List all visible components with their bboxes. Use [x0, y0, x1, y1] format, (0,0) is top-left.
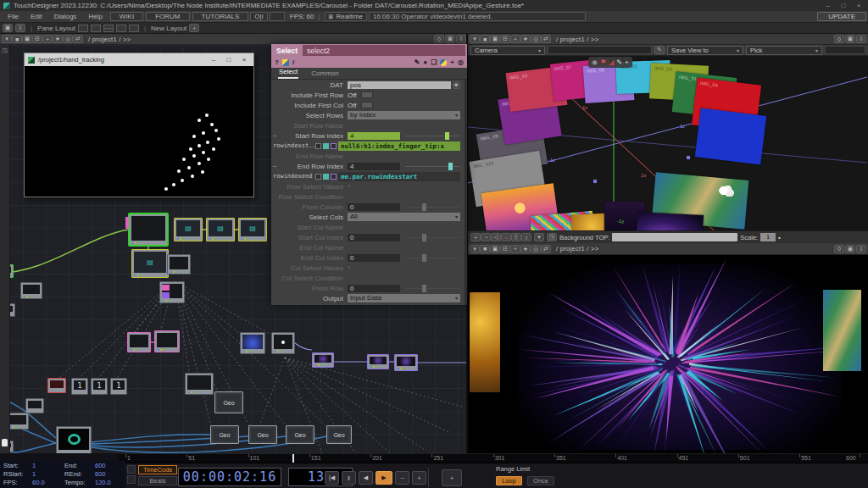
window-icon[interactable]: ▣: [845, 35, 855, 43]
swap-icon[interactable]: ⇄: [73, 35, 83, 43]
maximize-pane-icon[interactable]: ▣: [490, 245, 500, 253]
camera-select[interactable]: Camera▾: [470, 46, 545, 55]
timeline-settings[interactable]: Start:1End:600RStart:1REnd:600FPS:60.0Te…: [0, 461, 125, 488]
edit-icon[interactable]: ✎: [415, 58, 420, 66]
layout-preset-vsplit[interactable]: [91, 25, 101, 32]
swap-icon[interactable]: ⇄: [541, 35, 551, 43]
save-layout-icon[interactable]: ⇩: [15, 24, 25, 32]
counter-icon[interactable]: 0: [834, 35, 844, 43]
layout-preset-three[interactable]: [116, 25, 126, 32]
param-expression-field[interactable]: null6:h1:index_finger_tip:x: [338, 141, 460, 151]
node-pink[interactable]: [154, 330, 180, 352]
param-number-field[interactable]: 0: [348, 203, 400, 211]
pick-field[interactable]: [825, 46, 865, 54]
param-number-field[interactable]: 0: [348, 285, 400, 292]
menu-dialogs[interactable]: Dialogs: [48, 13, 83, 20]
loop-button[interactable]: Loop: [496, 476, 522, 485]
snapshot-icon[interactable]: ◳: [547, 233, 557, 241]
expander-icon[interactable]: −: [273, 132, 277, 140]
node-one[interactable]: 1: [71, 378, 88, 395]
expr-active-icon[interactable]: [323, 143, 329, 149]
expr-mode-icon[interactable]: [315, 174, 321, 180]
node-purple[interactable]: [312, 352, 334, 368]
bookmark-icon[interactable]: ★: [520, 245, 531, 253]
node-geo[interactable]: Geo: [248, 425, 277, 444]
expr-bind-icon[interactable]: [331, 143, 337, 149]
node-dat[interactable]: ▤: [238, 218, 267, 241]
param-number-field[interactable]: 0: [348, 234, 400, 241]
node-gray[interactable]: [25, 398, 44, 413]
tab-select[interactable]: Select: [278, 68, 298, 79]
viewport-3d[interactable]: IMG_09IMG_010IMG_08IMG_03IMG_07IMG_06IMG…: [468, 56, 868, 230]
save-view-select[interactable]: Save View to▾: [667, 46, 743, 55]
parameter-dialog[interactable]: Select select2 ? i ✎ ● ❏ + ◎ SelectCommo…: [271, 44, 467, 305]
flag-icon[interactable]: ⚑: [600, 58, 606, 66]
param-slider[interactable]: [405, 237, 460, 238]
maximize-pane-icon[interactable]: ▣: [490, 35, 500, 43]
param-expression-field[interactable]: me.par.rowindexstart: [338, 172, 460, 181]
param-slider[interactable]: [405, 258, 460, 258]
grid-icon[interactable]: ◳: [2, 47, 8, 54]
play-reverse-button[interactable]: ◀: [359, 471, 373, 485]
beats-button[interactable]: Beats: [138, 476, 177, 485]
layout-preset-grid[interactable]: [129, 25, 139, 32]
update-button[interactable]: UPDATE: [817, 12, 866, 21]
node-geo[interactable]: Geo: [214, 391, 243, 413]
stop-icon[interactable]: ■: [12, 35, 22, 43]
slider-handle[interactable]: [448, 163, 453, 170]
pick-select[interactable]: Pick▾: [746, 46, 822, 55]
timeline-field-value[interactable]: 1: [32, 470, 64, 478]
window-icon[interactable]: ▣: [445, 35, 455, 43]
link-forum[interactable]: FORUM: [146, 12, 189, 21]
add-parameter-icon[interactable]: +: [450, 58, 454, 66]
comment-icon[interactable]: ●: [423, 58, 427, 66]
add-icon[interactable]: +: [470, 233, 481, 241]
stop-icon[interactable]: ■: [480, 245, 490, 253]
slider-handle[interactable]: [422, 234, 426, 241]
camera-icon[interactable]: ▪: [501, 233, 511, 241]
node-pink[interactable]: [127, 332, 151, 352]
timeline-field-value[interactable]: 600: [95, 470, 122, 478]
link-icon[interactable]: ✎: [654, 46, 665, 54]
toggle-switch[interactable]: [361, 102, 373, 108]
dot-icon[interactable]: ▪: [778, 234, 781, 241]
timeline-field-value[interactable]: 60.0: [32, 479, 64, 486]
node-purple[interactable]: [394, 354, 418, 371]
node-geo[interactable]: Geo: [286, 425, 314, 444]
info-icon[interactable]: i: [521, 233, 531, 241]
slider-handle[interactable]: [422, 254, 426, 262]
node-purple[interactable]: [367, 354, 389, 369]
param-text-field[interactable]: pos: [348, 81, 451, 89]
detach-icon[interactable]: ⇩: [856, 35, 866, 43]
menu-edit[interactable]: Edit: [25, 13, 48, 20]
counter-icon[interactable]: 0: [834, 245, 844, 253]
minimize-button[interactable]: –: [822, 2, 834, 9]
background-top-field[interactable]: [612, 233, 737, 241]
realtime-toggle[interactable]: ⊠ Realtime: [325, 12, 367, 21]
node-prev-dot[interactable]: [271, 332, 295, 354]
timeline-field-value[interactable]: 1: [32, 462, 64, 469]
maximize-button[interactable]: □: [837, 2, 849, 9]
target-icon[interactable]: ◎: [458, 58, 464, 66]
frame-decrement-button[interactable]: −: [395, 471, 409, 485]
viewer-path[interactable]: / project1 / >>: [552, 245, 598, 252]
maximize-pane-icon[interactable]: ▣: [22, 35, 32, 43]
jump-to-start-button[interactable]: |◀: [325, 471, 339, 485]
timeline-option-a[interactable]: [127, 465, 136, 474]
param-slider[interactable]: [405, 207, 460, 208]
menu-file[interactable]: File: [2, 13, 25, 20]
once-button[interactable]: Once: [527, 476, 554, 485]
search-icon[interactable]: ◎: [531, 245, 541, 253]
split-pane-icon[interactable]: ⊟: [500, 35, 510, 43]
param-slider[interactable]: [405, 136, 460, 136]
timecode-display[interactable]: 00:00:02:16: [178, 468, 281, 486]
bookmark-icon[interactable]: ★: [520, 35, 531, 43]
language-icon[interactable]: [282, 59, 289, 66]
split-pane-icon[interactable]: ⊟: [500, 245, 510, 253]
orbit-icon[interactable]: ◔: [481, 233, 491, 241]
timecode-button[interactable]: TimeCode: [138, 465, 177, 474]
search-icon[interactable]: ◎: [531, 35, 541, 43]
top-viewer[interactable]: [468, 255, 868, 453]
float-maximize-button[interactable]: □: [223, 56, 235, 64]
expr-active-icon[interactable]: [323, 174, 329, 180]
